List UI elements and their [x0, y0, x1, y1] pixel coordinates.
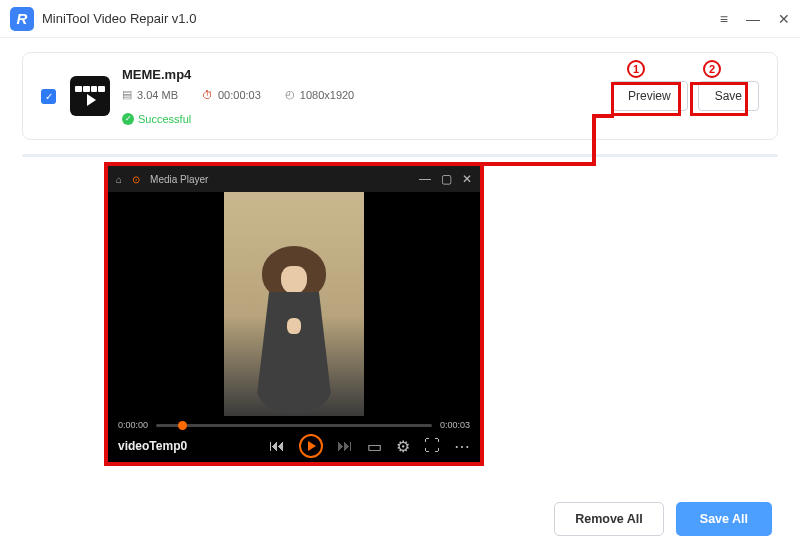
player-progress-bar[interactable] — [156, 424, 432, 427]
file-duration: ⏱00:00:03 — [202, 89, 261, 101]
step-badge-2: 2 — [703, 60, 721, 78]
remove-all-button[interactable]: Remove All — [554, 502, 664, 536]
player-total-time: 0:00:03 — [440, 420, 470, 430]
app-title: MiniTool Video Repair v1.0 — [42, 11, 196, 26]
clock-icon: ⏱ — [202, 89, 213, 101]
player-fullscreen-icon[interactable]: ⛶ — [424, 437, 440, 455]
success-icon: ✓ — [122, 113, 134, 125]
player-maximize-icon[interactable]: ▢ — [441, 172, 452, 186]
app-logo: R — [10, 7, 34, 31]
file-name: MEME.mp4 — [122, 67, 611, 82]
video-thumbnail-icon — [70, 76, 110, 116]
footer-actions: Remove All Save All — [554, 502, 772, 536]
save-button[interactable]: Save — [698, 81, 759, 111]
home-icon[interactable]: ⌂ — [116, 174, 122, 185]
minimize-icon[interactable]: — — [746, 11, 760, 27]
file-resolution: ◴1080x1920 — [285, 88, 354, 101]
preview-button[interactable]: Preview — [611, 81, 688, 111]
close-icon[interactable]: ✕ — [778, 11, 790, 27]
player-title-bar: ⌂ ⊙ Media Player — ▢ ✕ — [108, 166, 480, 192]
item-checkbox[interactable]: ✓ — [41, 89, 56, 104]
player-more-icon[interactable]: ⋯ — [454, 437, 470, 456]
player-play-button[interactable] — [299, 434, 323, 458]
divider — [22, 154, 778, 157]
player-settings-icon[interactable]: ⚙ — [396, 437, 410, 456]
player-play-small-icon[interactable]: ⊙ — [132, 174, 140, 185]
player-video-title: videoTemp0 — [118, 439, 255, 453]
player-current-time: 0:00:00 — [118, 420, 148, 430]
menu-icon[interactable]: ≡ — [720, 11, 728, 27]
step-badge-1: 1 — [627, 60, 645, 78]
resolution-icon: ◴ — [285, 88, 295, 101]
player-subtitle-icon[interactable]: ▭ — [367, 437, 382, 456]
player-close-icon[interactable]: ✕ — [462, 172, 472, 186]
size-icon: ▤ — [122, 88, 132, 101]
player-app-name: Media Player — [150, 174, 208, 185]
save-all-button[interactable]: Save All — [676, 502, 772, 536]
video-item-row: ✓ MEME.mp4 ▤3.04 MB ⏱00:00:03 ◴1080x1920… — [22, 52, 778, 140]
player-prev-icon[interactable]: ⏮ — [269, 437, 285, 455]
player-minimize-icon[interactable]: — — [419, 172, 431, 186]
media-player-window: ⌂ ⊙ Media Player — ▢ ✕ 0:00:00 0:00:03 v… — [104, 162, 484, 466]
player-video-area[interactable] — [108, 192, 480, 416]
player-next-icon[interactable]: ⏭ — [337, 437, 353, 455]
status-badge: ✓ Successful — [122, 113, 191, 125]
file-size: ▤3.04 MB — [122, 88, 178, 101]
title-bar: R MiniTool Video Repair v1.0 ≡ — ✕ — [0, 0, 800, 38]
